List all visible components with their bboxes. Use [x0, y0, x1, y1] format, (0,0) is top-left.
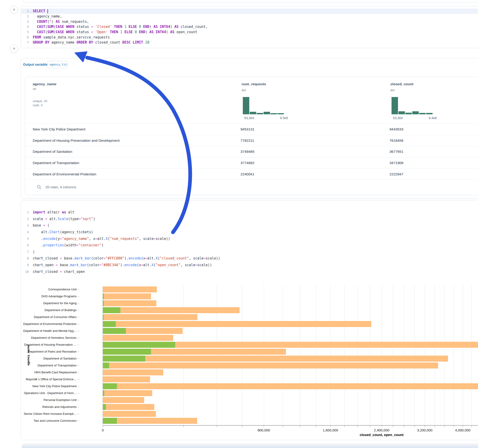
code-line[interactable]: 6 .properties(width="container") — [21, 242, 478, 249]
code-line[interactable]: 6FROM sample_data.nyc.service_requests — [21, 35, 478, 40]
y-axis-label: New York City Police Department — [21, 384, 76, 388]
table-cell: 3774892 — [240, 161, 254, 165]
text-cursor — [48, 9, 48, 13]
code-text: chart_open = base.mark_bar(color="#8BC34… — [30, 263, 212, 267]
line-number: 2 — [21, 217, 30, 221]
code-line[interactable]: 2 agency_name, — [21, 14, 478, 19]
sql-cell-card: 1⌄SELECT 2 agency_name,3 COUNT(*) AS num… — [21, 6, 478, 48]
code-line[interactable]: 3 COUNT(*) AS num_requests, — [21, 19, 478, 24]
bar-closed-count — [103, 307, 239, 313]
bar-closed-count — [103, 418, 197, 424]
bar-open-count — [103, 307, 120, 313]
output-variable-pill[interactable]: agency_tickets — [47, 61, 68, 68]
bar-closed-count — [103, 362, 438, 368]
y-axis-label: Department for the Aging — [21, 301, 76, 305]
y-axis-label: HRA Benefit Card Replacement — [21, 371, 76, 374]
line-number: 4 — [21, 25, 30, 29]
line-number: 8 — [21, 256, 30, 260]
output-variable-value: agency_tickets — [48, 61, 68, 66]
line-number: 9 — [21, 263, 30, 267]
search-icon[interactable] — [37, 185, 42, 190]
code-text: alt.Chart(agency_tickets) — [30, 230, 93, 234]
sql-code-editor[interactable]: 1⌄SELECT 2 agency_name,3 COUNT(*) AS num… — [21, 8, 478, 45]
code-line[interactable]: 1⌄SELECT — [21, 8, 478, 14]
add-cell-button[interactable]: + — [10, 45, 18, 53]
line-number: 1⌄ — [21, 9, 30, 13]
bar-open-count — [103, 383, 117, 389]
bar-open-count — [103, 342, 175, 348]
notebook-page: + + 1⌄SELECT 2 agency_name,3 COUNT(*) AS… — [0, 0, 478, 448]
code-text: chart_closed = base.mark_bar(color="#FFC… — [30, 256, 220, 260]
histogram-min-label: 53,304 — [393, 116, 403, 120]
python-code-editor[interactable]: 1import altair as alt2scale = alt.Scale(… — [21, 209, 478, 275]
column-header-agency-name[interactable]: agency_name str unique: 20 nulls: 0 — [33, 82, 57, 107]
line-number: 6 — [21, 243, 30, 247]
table-row[interactable]: Department of Housing Preservation and D… — [25, 135, 478, 146]
code-line[interactable]: 5 .encode(y="agency_name", x=alt.X("num_… — [21, 235, 478, 242]
column-type: i64 — [390, 88, 395, 92]
code-line[interactable]: 7GROUP BY agency_name ORDER BY closed_co… — [21, 40, 478, 45]
fold-chevron-icon[interactable]: ⌄ — [31, 224, 32, 227]
line-number: 5 — [21, 237, 30, 241]
table-cell: 7618456 — [390, 138, 403, 143]
x-axis-label: 1,600,000 — [323, 428, 338, 432]
bar-closed-count — [103, 390, 152, 396]
line-number: 2 — [21, 14, 30, 18]
fold-chevron-icon[interactable]: ⌄ — [31, 10, 32, 12]
x-axis-label: 0 — [102, 428, 104, 432]
code-text: agency_name, — [30, 14, 62, 19]
y-axis-label: Senior Citizen Rent Increase Exempti… — [21, 412, 76, 416]
code-line[interactable]: 4 CAST(SUM(CASE WHEN status = 'Closed' T… — [21, 24, 478, 30]
bar-open-count — [103, 349, 151, 355]
y-axis-label: DHS Advantage Programs — [21, 294, 76, 298]
bar-closed-count — [103, 356, 448, 361]
python-cell-card: 1import altair as alt2scale = alt.Scale(… — [21, 200, 478, 440]
code-text: base = ( — [30, 223, 49, 227]
table-row[interactable]: Department of Environmental Protection22… — [25, 168, 478, 180]
table-row[interactable]: Department of Sanitation37494853677651 — [25, 146, 478, 157]
bar-open-count — [103, 390, 104, 396]
code-text: import altair as alt — [30, 210, 75, 214]
code-line[interactable]: 2scale = alt.Scale(type="sqrt") — [21, 216, 478, 222]
table-cell: New York City Police Department — [33, 127, 85, 131]
table-row[interactable]: Department of Transportation377489234719… — [25, 157, 478, 169]
code-text: chart_closed + chart_open — [30, 270, 85, 274]
x-axis-label: 800,000 — [258, 428, 270, 432]
code-line[interactable]: 7) — [21, 249, 478, 255]
code-line[interactable]: 4 alt.Chart(agency_tickets) — [21, 229, 478, 236]
line-number: 3⌄ — [21, 224, 30, 227]
column-title: agency_name — [33, 82, 57, 86]
column-type: str — [33, 87, 57, 91]
bar-open-count — [103, 300, 104, 306]
table-cell: Department of Housing Preservation and D… — [33, 138, 120, 143]
table-cell: 2240041 — [240, 172, 254, 176]
y-axis-domain-line — [103, 286, 103, 425]
code-text: .properties(width="container") — [30, 243, 104, 247]
previous-cell-edge — [22, 0, 478, 2]
y-axis-title: agency_name — [26, 342, 30, 369]
code-text: GROUP BY agency_name ORDER BY closed_cou… — [30, 40, 149, 44]
code-line[interactable]: 9chart_open = base.mark_bar(color="#8BC3… — [21, 262, 478, 268]
x-axis-title: closed_count, open_count — [360, 433, 403, 437]
code-text: SELECT — [30, 9, 48, 13]
code-text: .encode(y="agency_name", x=alt.X("num_re… — [30, 237, 170, 241]
code-line[interactable]: 8chart_closed = base.mark_bar(color="#FF… — [21, 255, 478, 262]
line-number: 4 — [21, 230, 30, 234]
bar-closed-count — [103, 314, 197, 320]
code-line[interactable]: 3⌄base = ( — [21, 222, 478, 229]
table-cell: Department of Transportation — [33, 161, 79, 165]
bar-open-count — [103, 328, 126, 334]
table-cell: 2222847 — [390, 172, 403, 176]
code-line[interactable]: 10chart_closed + chart_open — [21, 268, 478, 275]
line-number: 7 — [21, 41, 30, 44]
code-line[interactable]: 5 CAST(SUM(CASE WHEN status = 'Open' THE… — [21, 30, 478, 35]
code-line[interactable]: 1import altair as alt — [21, 209, 478, 216]
code-text: scale = alt.Scale(type="sqrt") — [30, 217, 95, 221]
line-number: 5 — [21, 30, 30, 34]
add-cell-button[interactable]: + — [10, 6, 18, 14]
output-variable-label: Output variable: — [23, 63, 49, 66]
table-row[interactable]: New York City Police Department945313194… — [25, 124, 478, 135]
line-number: 1 — [21, 210, 30, 214]
code-text: ) — [30, 250, 35, 254]
line-number: 7 — [21, 250, 30, 254]
